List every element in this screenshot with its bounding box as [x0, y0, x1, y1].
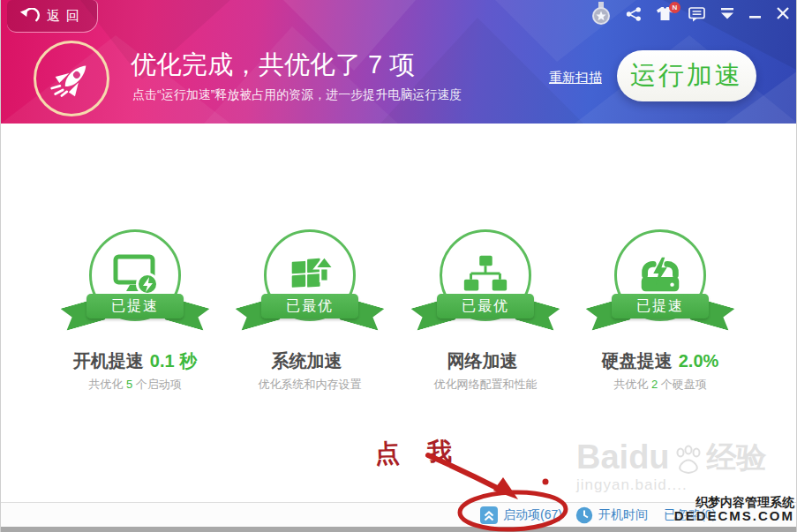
titlebar-controls: N — [591, 0, 789, 26]
card-subtitle: 共优化 5 个启动项 — [47, 377, 223, 393]
header-banner: 返回 — [1, 0, 797, 124]
ribbon-label: 已提速 — [612, 294, 709, 318]
card-subtitle: 优化网络配置和性能 — [397, 377, 574, 393]
card-system-acceleration: 已最优 系统加速 优化系统和内存设置 — [222, 229, 398, 334]
back-arrow-icon — [19, 8, 40, 25]
ribbon-label: 已最优 — [437, 294, 534, 318]
medal-badge-icon[interactable] — [591, 2, 611, 30]
footer-item-label: 开机时间 — [598, 507, 648, 523]
footer-bar: 启动项(67) 开机时间 已忽略(0) — [1, 502, 797, 528]
card-value: 2.0% — [679, 351, 719, 371]
startup-items-icon — [480, 506, 498, 524]
ribbon-label: 已提速 — [86, 294, 184, 318]
status-ribbon: 已最优 — [415, 294, 556, 334]
status-ribbon: 已提速 — [64, 294, 206, 334]
app-window: 返回 — [0, 0, 797, 532]
card-subtitle: 优化系统和内存设置 — [222, 377, 398, 393]
card-disk-speedup: 已提速 硬盘提速2.0% 共优化 2 个硬盘项 — [572, 229, 748, 334]
card-title: 硬盘提速2.0% — [572, 349, 748, 373]
feedback-chat-icon[interactable] — [688, 7, 705, 26]
baidu-logo-text: Baidu — [576, 439, 670, 475]
boot-time-clock-icon — [575, 506, 593, 524]
click-me-annotation-label: 点 我 — [374, 434, 462, 470]
status-ribbon: 已最优 — [239, 294, 380, 334]
page-title: 优化完成，共优化了 7 项 — [131, 48, 415, 83]
close-icon[interactable] — [777, 7, 789, 23]
card-title: 系统加速 — [222, 349, 398, 373]
theme-shirt-icon[interactable]: N — [657, 7, 673, 24]
card-title: 开机提速0.1 秒 — [47, 349, 223, 373]
baidu-jingyan-watermark: Baidu 经验 jingyan.baid.... — [576, 439, 767, 494]
footer-item-label: 已忽略(0) — [664, 507, 716, 523]
footer-item-ignored[interactable]: 已忽略(0) — [664, 503, 716, 528]
page-subtitle: 点击“运行加速”释放被占用的资源，进一步提升电脑运行速度 — [132, 87, 462, 103]
card-boot-speedup: 已提速 开机提速0.1 秒 共优化 5 个启动项 — [47, 229, 223, 334]
baidu-paw-icon — [673, 445, 703, 475]
main-menu-icon[interactable] — [720, 7, 734, 23]
footer-item-label: 启动项(67) — [503, 507, 562, 523]
run-acceleration-button[interactable]: 运行加速 — [617, 50, 756, 101]
rocket-icon — [39, 46, 104, 111]
jingyan-url: jingyan.baid.... — [576, 476, 767, 494]
share-icon[interactable] — [626, 7, 642, 25]
rescan-link[interactable]: 重新扫描 — [549, 70, 602, 86]
ribbon-label: 已最优 — [261, 294, 358, 318]
back-button[interactable]: 返回 — [7, 0, 98, 33]
back-button-label: 返回 — [47, 8, 86, 25]
card-value: 0.1 秒 — [150, 351, 197, 371]
jingyan-text: 经验 — [707, 439, 767, 475]
rocket-badge — [34, 41, 109, 116]
card-title: 网络加速 — [397, 349, 574, 373]
card-network-acceleration: 已最优 网络加速 优化网络配置和性能 — [397, 229, 574, 334]
window-bottom-edge — [1, 527, 797, 532]
minimize-icon[interactable] — [749, 7, 762, 23]
footer-item-boot-time[interactable]: 开机时间 — [575, 503, 648, 528]
status-ribbon: 已提速 — [590, 294, 731, 334]
card-subtitle: 共优化 2 个硬盘项 — [572, 377, 748, 393]
footer-item-startup-items[interactable]: 启动项(67) — [480, 503, 562, 528]
new-badge: N — [669, 2, 680, 13]
